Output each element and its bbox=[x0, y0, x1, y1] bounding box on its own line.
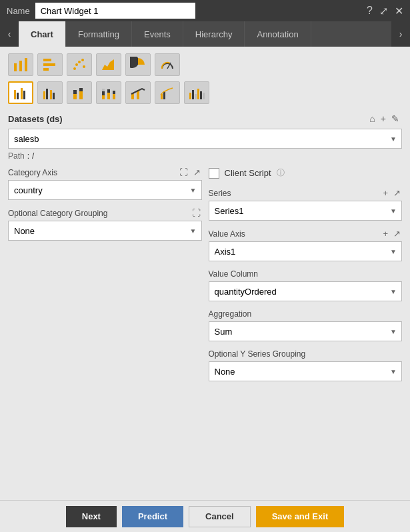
category-axis-select[interactable]: country bbox=[8, 180, 202, 200]
tab-annotation[interactable]: Annotation bbox=[245, 21, 311, 47]
client-script-row: Client Script ⓘ bbox=[209, 167, 403, 179]
svg-rect-25 bbox=[102, 95, 105, 99]
chart-type-stacked2[interactable] bbox=[96, 81, 121, 104]
svg-rect-30 bbox=[113, 94, 115, 99]
svg-rect-39 bbox=[197, 89, 199, 99]
svg-rect-22 bbox=[73, 90, 77, 94]
optional-grouping-select[interactable]: None bbox=[8, 221, 202, 241]
svg-rect-5 bbox=[43, 68, 49, 71]
client-script-info-icon[interactable]: ⓘ bbox=[277, 167, 285, 179]
value-axis-add-icon[interactable]: + bbox=[381, 229, 389, 239]
save-exit-button[interactable]: Save and Exit bbox=[256, 506, 345, 527]
svg-rect-36 bbox=[189, 93, 191, 99]
series-select[interactable]: Series1 bbox=[209, 201, 403, 221]
datasets-add-icon[interactable]: + bbox=[378, 112, 389, 125]
svg-rect-41 bbox=[203, 93, 205, 99]
series-arrow-icon[interactable]: ↗ bbox=[392, 188, 402, 198]
svg-rect-29 bbox=[107, 89, 110, 93]
chart-type-stacked[interactable] bbox=[67, 81, 92, 104]
series-select-wrapper: Series1 bbox=[209, 201, 403, 221]
category-axis-tree-icon[interactable]: ⛶ bbox=[178, 167, 189, 177]
svg-rect-20 bbox=[53, 93, 55, 99]
cancel-button[interactable]: Cancel bbox=[189, 506, 251, 527]
main-content: Datasets (ds) ⌂ + ✎ salesb Path : / Cate… bbox=[0, 47, 410, 500]
optional-grouping-select-wrapper: None bbox=[8, 221, 202, 241]
series-label: Series bbox=[209, 189, 231, 198]
optional-y-grouping-select[interactable]: None bbox=[209, 361, 403, 381]
svg-rect-2 bbox=[25, 58, 27, 71]
datasets-home-icon[interactable]: ⌂ bbox=[367, 112, 377, 125]
category-axis-arrow-icon[interactable]: ↗ bbox=[192, 167, 202, 177]
svg-rect-13 bbox=[14, 90, 16, 99]
chart-type-multi[interactable] bbox=[184, 81, 209, 104]
svg-rect-37 bbox=[192, 90, 194, 99]
chart-type-bar[interactable] bbox=[8, 53, 33, 76]
category-axis-select-wrapper: country bbox=[8, 180, 202, 200]
svg-rect-31 bbox=[113, 91, 115, 94]
datasets-select[interactable]: salesb bbox=[8, 129, 402, 149]
svg-rect-24 bbox=[79, 88, 83, 91]
chart-type-grouped-bar2[interactable] bbox=[37, 81, 63, 104]
aggregation-select[interactable]: Sum bbox=[209, 321, 403, 341]
datasets-edit-icon[interactable]: ✎ bbox=[389, 112, 402, 125]
svg-rect-17 bbox=[43, 91, 45, 99]
next-button[interactable]: Next bbox=[66, 506, 117, 527]
optional-y-grouping-label: Optional Y Series Grouping bbox=[209, 349, 306, 359]
optional-grouping-header: Optional Category Grouping ⛶ bbox=[8, 208, 202, 218]
path-value: / bbox=[32, 151, 34, 161]
svg-point-8 bbox=[78, 61, 81, 63]
svg-rect-28 bbox=[107, 93, 110, 99]
value-axis-header: Value Axis + ↗ bbox=[209, 229, 403, 239]
series-group: Series + ↗ Series1 bbox=[209, 188, 403, 221]
svg-rect-21 bbox=[73, 94, 77, 99]
tab-formatting[interactable]: Formatting bbox=[66, 21, 132, 47]
chart-type-combo2[interactable] bbox=[155, 81, 180, 104]
svg-rect-35 bbox=[163, 91, 165, 99]
optional-y-grouping-select-wrapper: None bbox=[209, 361, 403, 381]
path-row: Path : / bbox=[8, 151, 402, 161]
chart-type-hbar[interactable] bbox=[37, 53, 63, 76]
value-column-label: Value Column bbox=[209, 269, 258, 279]
chart-type-gauge[interactable] bbox=[155, 53, 180, 76]
chart-type-row2 bbox=[8, 81, 402, 104]
client-script-checkbox[interactable] bbox=[209, 168, 219, 179]
svg-marker-11 bbox=[102, 59, 114, 70]
help-icon[interactable]: ? bbox=[367, 5, 373, 17]
left-column: Category Axis ⛶ ↗ country Optional Categ… bbox=[8, 167, 202, 389]
tab-events[interactable]: Events bbox=[132, 21, 183, 47]
svg-rect-4 bbox=[43, 63, 55, 66]
optional-grouping-icon[interactable]: ⛶ bbox=[191, 208, 202, 218]
svg-rect-14 bbox=[17, 93, 19, 99]
svg-point-9 bbox=[81, 59, 84, 61]
svg-point-10 bbox=[83, 65, 85, 68]
value-column-select-wrapper: quantityOrdered bbox=[209, 281, 403, 301]
value-axis-arrow-icon[interactable]: ↗ bbox=[392, 229, 402, 239]
value-axis-select[interactable]: Axis1 bbox=[209, 241, 403, 261]
svg-point-7 bbox=[75, 63, 78, 66]
series-add-icon[interactable]: + bbox=[381, 188, 389, 198]
svg-rect-16 bbox=[23, 91, 25, 99]
aggregation-label: Aggregation bbox=[209, 309, 252, 319]
datasets-section-header: Datasets (ds) ⌂ + ✎ bbox=[8, 112, 402, 125]
chart-type-combo[interactable] bbox=[125, 81, 151, 104]
tab-chart[interactable]: Chart bbox=[19, 21, 66, 47]
close-icon[interactable]: ✕ bbox=[395, 5, 403, 17]
chart-type-area[interactable] bbox=[96, 53, 121, 76]
chart-type-pie[interactable] bbox=[125, 53, 151, 76]
aggregation-header: Aggregation bbox=[209, 309, 403, 319]
svg-point-6 bbox=[73, 67, 76, 70]
value-column-select[interactable]: quantityOrdered bbox=[209, 281, 403, 301]
tab-nav-left[interactable]: ‹ bbox=[0, 21, 19, 47]
widget-name-input[interactable] bbox=[35, 3, 195, 19]
tab-nav-right[interactable]: › bbox=[391, 21, 410, 47]
optional-y-grouping-header: Optional Y Series Grouping bbox=[209, 349, 403, 359]
category-axis-group: Category Axis ⛶ ↗ country bbox=[8, 167, 202, 200]
tab-hierarchy[interactable]: Hierarchy bbox=[183, 21, 245, 47]
chart-type-grouped-bar[interactable] bbox=[8, 81, 33, 104]
move-icon[interactable]: ⤢ bbox=[379, 5, 388, 17]
svg-rect-15 bbox=[21, 88, 23, 99]
svg-rect-23 bbox=[79, 91, 83, 99]
chart-type-scatter[interactable] bbox=[67, 53, 92, 76]
predict-button[interactable]: Predict bbox=[122, 506, 183, 527]
category-axis-label: Category Axis bbox=[8, 168, 57, 177]
